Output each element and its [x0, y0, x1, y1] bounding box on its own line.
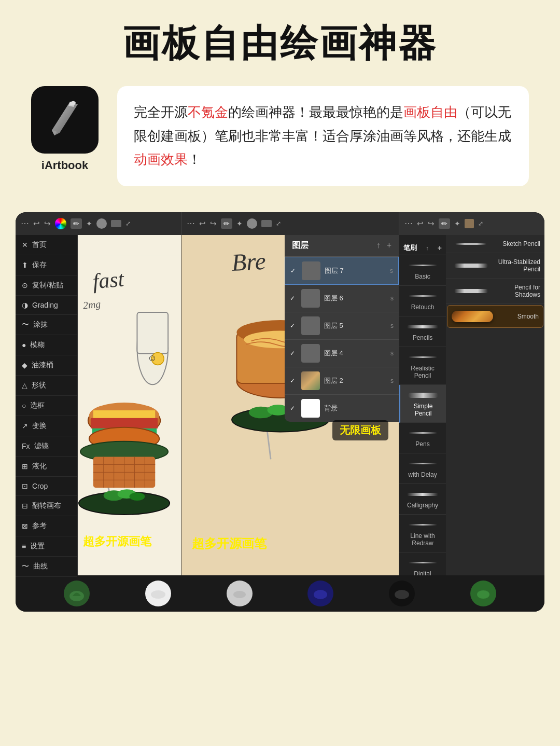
screenshot-section: ⋯ ↩ ↪ ✏ ✦ ⤢ ✕ 首页 ⬆ 保存: [16, 212, 544, 612]
brush-cat-delay[interactable]: with Delay: [399, 453, 446, 484]
right-smudge-icon[interactable]: ✦: [454, 219, 460, 228]
layer-5-check: ✓: [290, 322, 297, 329]
mid-brush-icon[interactable]: ✏: [221, 218, 232, 229]
right-expand-icon[interactable]: ⤢: [478, 220, 483, 227]
save-icon: ⬆: [22, 261, 28, 269]
layers-actions: ↑ +: [376, 241, 391, 250]
color-wheel-icon[interactable]: [55, 218, 66, 229]
delay-label: with Delay: [408, 471, 437, 478]
mid-menu-icon: ⋯: [187, 218, 195, 228]
ultra-stab-label: Ultra-Stabilized Pencil: [492, 258, 540, 273]
brush-cat-calligraphy[interactable]: Calligraphy: [399, 484, 446, 515]
menu-save-label: 保存: [32, 260, 47, 270]
brush-pencil-shadows[interactable]: Pencil for Shadows: [446, 279, 544, 304]
layer-4-name: 图层 4: [324, 349, 386, 358]
menu-item-select[interactable]: ○ 选框: [16, 396, 77, 416]
smudge-tool-icon[interactable]: ✦: [86, 219, 92, 228]
menu-item-liquify[interactable]: ⊞ 液化: [16, 457, 77, 477]
brush-cat-pens[interactable]: Pens: [399, 423, 446, 453]
svg-text:Bre: Bre: [231, 247, 267, 276]
brush-cat-simple-pencil[interactable]: Simple Pencil: [399, 385, 446, 423]
middle-toolbar: ⋯ ↩ ↪ ✏ ✦ ⤢: [181, 212, 399, 235]
menu-item-save[interactable]: ⬆ 保存: [16, 255, 77, 275]
mid-redo-icon[interactable]: ↪: [210, 219, 217, 228]
bottom-brush-3[interactable]: [227, 581, 253, 606]
mid-expand-icon[interactable]: ⤢: [276, 220, 281, 227]
right-brush-icon[interactable]: ✏: [439, 218, 450, 229]
brush-cat-basic[interactable]: Basic: [399, 255, 446, 286]
menu-item-home[interactable]: ✕ 首页: [16, 235, 77, 255]
bottom-brush-4[interactable]: [307, 581, 333, 606]
simple-pencil-preview: [404, 390, 442, 400]
layer-2-s: s: [390, 377, 394, 384]
bottom-brush-6[interactable]: [470, 581, 496, 606]
right-undo-icon[interactable]: ↩: [417, 219, 424, 228]
desc-red-2: 画板自由: [403, 104, 457, 120]
menu-item-ref[interactable]: ⊠ 参考: [16, 516, 77, 536]
layer-row-7[interactable]: ✓ 图层 7 s: [285, 257, 399, 285]
brush-cat-pencils[interactable]: Pencils: [399, 316, 446, 347]
menu-item-blur[interactable]: ● 模糊: [16, 335, 77, 355]
bottom-brush-2[interactable]: [145, 581, 171, 606]
right-menu-icon: ⋯: [404, 218, 413, 228]
brush-smooth[interactable]: Smooth: [447, 305, 543, 328]
pens-preview: [403, 428, 442, 438]
size-rect: [111, 220, 121, 227]
redo-icon[interactable]: ↪: [44, 219, 51, 228]
menu-item-copy[interactable]: ⊙ 复制/粘贴: [16, 275, 77, 296]
mid-smudge-icon[interactable]: ✦: [236, 219, 243, 228]
brush-tool-icon[interactable]: ✏: [71, 218, 82, 229]
menu-item-curves[interactable]: 〜 曲线: [16, 557, 77, 577]
menu-dots-icon[interactable]: ⋯: [21, 218, 29, 228]
menu-flip-label: 翻转画布: [32, 501, 61, 510]
menu-item-flip[interactable]: ⊟ 翻转画布: [16, 496, 77, 516]
svg-rect-6: [137, 312, 168, 354]
layers-add-icon[interactable]: +: [387, 241, 391, 250]
layer-7-thumb: [302, 261, 320, 280]
layer-row-5[interactable]: ✓ 图层 5 s: [285, 312, 399, 340]
menu-item-settings[interactable]: ≡ 设置: [16, 536, 77, 557]
menu-item-shape[interactable]: △ 形状: [16, 376, 77, 396]
menu-crop-label: Crop: [32, 482, 48, 490]
menu-item-fx[interactable]: Fx 滤镜: [16, 436, 77, 457]
select-icon: ○: [22, 402, 26, 410]
brush-cat-realistic-pencil[interactable]: Realistic Pencil: [399, 347, 446, 385]
brush-cat-digital-pencils[interactable]: Digital Pencils: [399, 552, 446, 575]
smooth-label: Smooth: [493, 313, 539, 320]
settings-icon: ≡: [22, 542, 26, 550]
layer-row-4[interactable]: ✓ 图层 4 s: [285, 340, 399, 367]
right-color-swatch[interactable]: [465, 219, 474, 228]
menu-item-smear[interactable]: 〜 涂抹: [16, 315, 77, 335]
expand-icon[interactable]: ⤢: [125, 220, 131, 227]
svg-text:fast: fast: [92, 267, 126, 293]
fx-icon: Fx: [22, 442, 30, 450]
delay-preview: [403, 459, 442, 469]
undo-icon[interactable]: ↩: [33, 219, 40, 228]
right-redo-icon[interactable]: ↪: [428, 219, 435, 228]
layer-4-thumb: [301, 344, 320, 363]
pencils-label: Pencils: [413, 334, 433, 341]
brush-ultra-stabilized[interactable]: Ultra-Stabilized Pencil: [446, 253, 544, 279]
menu-item-grading[interactable]: ◑ Grading: [16, 296, 77, 315]
bottom-brush-5[interactable]: [389, 581, 415, 606]
layers-cloud-icon[interactable]: ↑: [376, 241, 381, 250]
menu-item-transform[interactable]: ↗ 变换: [16, 416, 77, 436]
brushes-cloud-icon[interactable]: ↑: [426, 245, 429, 251]
svg-point-51: [395, 590, 409, 599]
bottom-brush-thumb-3-svg: [229, 583, 250, 604]
layer-row-bg[interactable]: ✓ 背景: [285, 395, 399, 422]
layer-row-6[interactable]: ✓ 图层 6 s: [285, 285, 399, 312]
pens-label: Pens: [415, 440, 429, 448]
mid-undo-icon[interactable]: ↩: [199, 219, 206, 228]
menu-ref-label: 参考: [32, 521, 47, 531]
menu-item-fill[interactable]: ◆ 油漆桶: [16, 355, 77, 376]
brush-sketch-pencil[interactable]: Sketch Pencil: [446, 235, 544, 253]
brush-panel-header: 笔刷 ↑ +: [399, 239, 446, 255]
brush-cat-line-redraw[interactable]: Line with Redraw: [399, 515, 446, 552]
layer-row-2[interactable]: ✓ 图层 2 s: [285, 367, 399, 395]
menu-item-crop[interactable]: ⊡ Crop: [16, 477, 77, 496]
brush-cat-retouch[interactable]: Retouch: [399, 286, 446, 316]
brushes-add-icon[interactable]: +: [438, 244, 442, 252]
bottom-brush-1[interactable]: [64, 581, 90, 606]
open-source-label: 超多开源画笔: [83, 534, 151, 549]
